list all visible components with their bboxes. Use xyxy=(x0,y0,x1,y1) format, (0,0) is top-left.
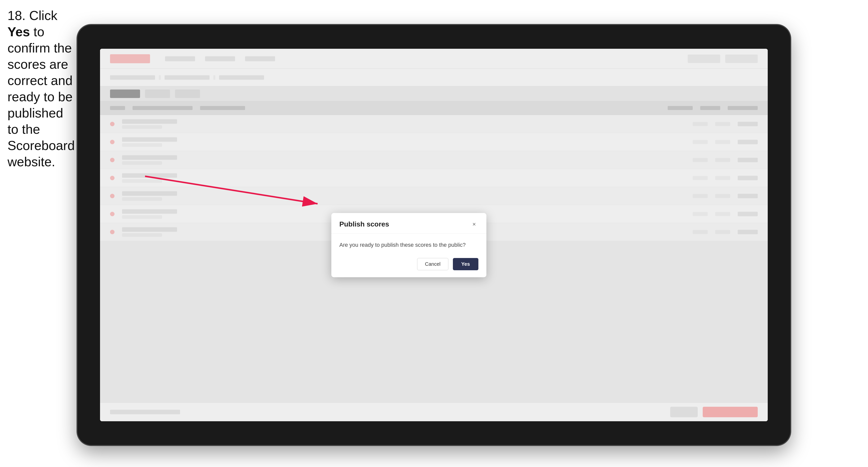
instruction-rest: to confirm the scores are correct and re… xyxy=(7,25,75,169)
dialog-title: Publish scores xyxy=(339,220,389,228)
tablet-device: Publish scores × Are you ready to publis… xyxy=(78,25,790,445)
instruction-bold: Yes xyxy=(7,25,30,39)
instruction-text: 18. Click Yes to confirm the scores are … xyxy=(7,7,75,170)
dialog-close-button[interactable]: × xyxy=(470,220,478,228)
dialog-message: Are you ready to publish these scores to… xyxy=(339,241,478,249)
dialog-footer: Cancel Yes xyxy=(331,254,486,277)
publish-scores-dialog: Publish scores × Are you ready to publis… xyxy=(331,213,486,277)
tablet-screen: Publish scores × Are you ready to publis… xyxy=(100,49,768,421)
dialog-yes-button[interactable]: Yes xyxy=(453,258,478,270)
dialog-body: Are you ready to publish these scores to… xyxy=(331,234,486,254)
instruction-plain: Click xyxy=(29,8,58,23)
dialog-overlay: Publish scores × Are you ready to publis… xyxy=(100,49,768,421)
step-number: 18. xyxy=(7,8,26,23)
dialog-header: Publish scores × xyxy=(331,213,486,234)
dialog-cancel-button[interactable]: Cancel xyxy=(417,258,448,270)
